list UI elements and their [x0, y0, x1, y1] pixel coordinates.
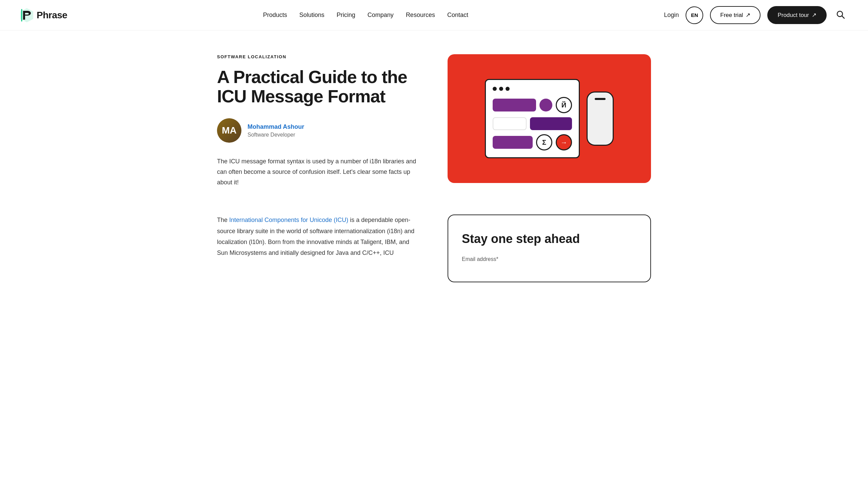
nav-contact[interactable]: Contact [447, 12, 468, 19]
nav-company[interactable]: Company [368, 12, 394, 19]
bar-row-2 [493, 117, 572, 130]
purple-bar-wide-2 [493, 136, 533, 149]
main-content: SOFTWARE LOCALIZATION A Practical Guide … [197, 30, 671, 303]
article-intro: The ICU message format syntax is used by… [217, 156, 420, 187]
nav-solutions[interactable]: Solutions [299, 12, 324, 19]
phrase-logo-icon [20, 8, 33, 22]
email-label: Email address* [462, 256, 637, 262]
dot-3 [506, 87, 510, 91]
login-button[interactable]: Login [664, 12, 679, 19]
header-actions: Login EN Free trial ↗ Product tour ↗ [664, 6, 848, 24]
hero-image: Й Σ → [448, 54, 651, 183]
dot-2 [499, 87, 503, 91]
phone-notch [595, 98, 606, 100]
hero-image-col: Й Σ → [448, 54, 651, 183]
bar-row-1: Й [493, 97, 572, 113]
stay-ahead-card: Stay one step ahead Email address* [448, 215, 651, 282]
svg-line-1 [842, 16, 844, 18]
white-bar [493, 117, 527, 130]
arrow-icon: ↗ [812, 12, 816, 19]
arrow-icon: ↗ [746, 12, 750, 19]
logo-text: Phrase [37, 10, 67, 21]
author-avatar: MA [217, 118, 241, 143]
author-name-link[interactable]: Mohammad Ashour [248, 123, 304, 130]
arrow-circle-icon: → [556, 134, 572, 150]
dot-1 [493, 87, 497, 91]
author-row: MA Mohammad Ashour Software Developer [217, 118, 420, 143]
sigma-icon: Σ [536, 134, 552, 150]
phone-frame [587, 92, 614, 146]
avatar-placeholder: MA [217, 118, 241, 143]
article-category: SOFTWARE LOCALIZATION [217, 54, 420, 59]
body-text: The International Components for Unicode… [217, 215, 420, 259]
product-tour-button[interactable]: Product tour ↗ [767, 6, 827, 24]
nav-resources[interactable]: Resources [406, 12, 435, 19]
body-text-section: The International Components for Unicode… [217, 215, 651, 282]
window-dots [493, 87, 572, 91]
purple-bar-wide [493, 99, 536, 111]
body-intro-word: The [217, 217, 229, 223]
main-nav: Products Solutions Pricing Company Resou… [263, 12, 468, 19]
dark-purple-bar [530, 117, 572, 130]
free-trial-button[interactable]: Free trial ↗ [710, 6, 761, 24]
site-header: Phrase Products Solutions Pricing Compan… [0, 0, 868, 30]
article-title: A Practical Guide to the ICU Message For… [217, 67, 420, 106]
author-role: Software Developer [248, 132, 304, 138]
bar-row-3: Σ → [493, 134, 572, 150]
language-selector[interactable]: EN [686, 6, 703, 24]
nav-pricing[interactable]: Pricing [337, 12, 355, 19]
nav-products[interactable]: Products [263, 12, 287, 19]
window-frame: Й Σ → [485, 79, 580, 158]
icu-link[interactable]: International Components for Unicode (IC… [229, 217, 348, 223]
stay-ahead-title: Stay one step ahead [462, 231, 637, 246]
author-info: Mohammad Ashour Software Developer [248, 123, 304, 138]
article-info: SOFTWARE LOCALIZATION A Practical Guide … [217, 54, 420, 187]
logo-link[interactable]: Phrase [20, 8, 67, 22]
purple-circle [539, 99, 552, 111]
search-button[interactable] [833, 7, 848, 23]
search-icon [836, 10, 845, 19]
cyrillic-icon: Й [556, 97, 572, 113]
ui-mockup: Й Σ → [485, 79, 614, 158]
